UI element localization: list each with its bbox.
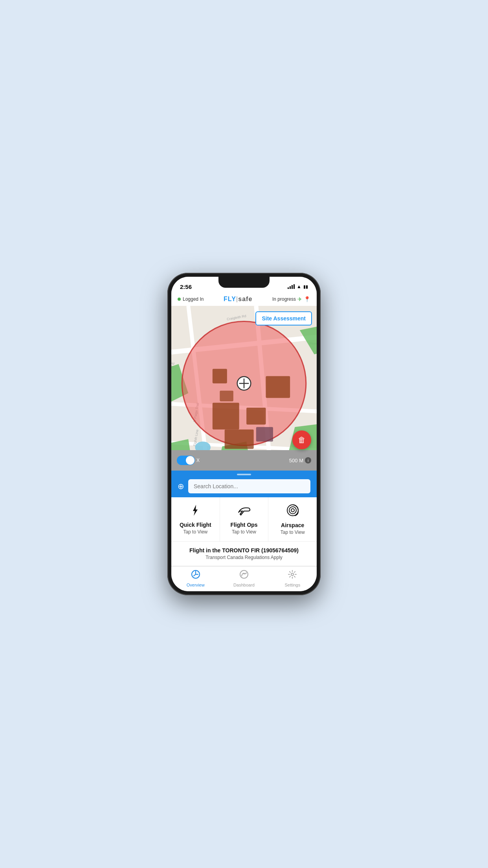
radius-value: 500 M (289, 458, 303, 463)
svg-point-33 (291, 509, 294, 512)
search-row: ⊕ (178, 479, 310, 493)
info-bar-title: Flight in the TORONTO FIR (19056764509) (178, 547, 310, 554)
in-progress-label: In progress (272, 296, 296, 302)
dashboard-icon (239, 570, 249, 581)
flight-ops-card[interactable]: Flight Ops Tap to View (220, 497, 269, 541)
search-input[interactable] (188, 479, 310, 493)
airspace-title: Airspace (281, 522, 304, 529)
svg-rect-22 (225, 429, 254, 449)
info-bar: Flight in the TORONTO FIR (19056764509) … (171, 542, 317, 566)
overview-label: Overview (187, 583, 205, 587)
svg-point-32 (289, 507, 296, 514)
svg-rect-24 (213, 369, 227, 383)
svg-rect-21 (246, 408, 266, 425)
app-header: Logged In FLY|safe In progress ✈ 📍 (171, 294, 317, 306)
airspace-icon (286, 504, 299, 520)
info-bar-subtitle: Transport Canada Regulations Apply (178, 555, 310, 560)
svg-point-37 (291, 573, 294, 576)
airspace-subtitle: Tap to View (281, 530, 305, 535)
toggle-thumb (186, 456, 194, 465)
map-toolbar: X 500 M i (171, 450, 317, 471)
info-badge-icon[interactable]: i (305, 457, 311, 463)
logo-fly: FLY (224, 296, 236, 302)
svg-rect-23 (266, 376, 290, 398)
site-assessment-button[interactable]: Site Assessment (255, 311, 312, 326)
dashboard-label: Dashboard (233, 583, 255, 587)
map-container[interactable]: Dundas St E Craigleith Rd Arrowhead Pine… (171, 306, 317, 471)
nav-dashboard[interactable]: Dashboard (220, 570, 268, 587)
quick-flight-icon (189, 504, 202, 519)
svg-rect-25 (256, 427, 273, 441)
map-toggle[interactable]: X (177, 456, 200, 465)
plane-icon: ✈ (297, 296, 302, 302)
settings-icon (288, 570, 297, 581)
quick-flight-title: Quick Flight (180, 522, 211, 528)
logo-safe: safe (238, 296, 252, 302)
app-logo: FLY|safe (224, 296, 252, 303)
logged-in-status: Logged In (178, 296, 204, 302)
toggle-label: X (196, 458, 200, 463)
quick-flight-card[interactable]: Quick Flight Tap to View (171, 497, 220, 541)
radius-display: 500 M i (289, 457, 311, 463)
svg-point-36 (243, 573, 245, 574)
flight-ops-subtitle: Tap to View (232, 529, 256, 535)
bottom-nav: Overview Dashboard (171, 566, 317, 591)
svg-rect-26 (220, 391, 233, 401)
flight-ops-title: Flight Ops (230, 522, 257, 528)
status-icons: ▲ ▮▮ (288, 284, 308, 289)
wifi-icon: ▲ (297, 284, 301, 289)
panel-handle (237, 474, 251, 475)
trash-icon: 🗑 (298, 436, 306, 445)
svg-rect-20 (213, 403, 239, 430)
signal-bars-icon (288, 284, 295, 289)
nav-settings[interactable]: Settings (268, 570, 317, 587)
phone-screen: 2:56 ▲ ▮▮ Logged In FLY|safe (171, 277, 317, 591)
delete-fab-button[interactable]: 🗑 (292, 430, 311, 449)
location-crosshair-icon[interactable]: ⊕ (178, 482, 184, 491)
airspace-card[interactable]: Airspace Tap to View (268, 497, 317, 541)
battery-icon: ▮▮ (303, 284, 308, 289)
in-progress-status: In progress ✈ 📍 (272, 296, 310, 302)
phone-notch (218, 277, 270, 288)
action-cards-row: Quick Flight Tap to View Flight Ops Tap … (171, 497, 317, 542)
svg-marker-30 (193, 505, 198, 516)
pin-icon: 📍 (304, 296, 310, 302)
quick-flight-subtitle: Tap to View (183, 529, 207, 535)
nav-overview[interactable]: Overview (171, 570, 220, 587)
flight-ops-icon (237, 504, 251, 519)
online-dot-icon (178, 298, 181, 301)
logged-in-label: Logged In (183, 296, 204, 302)
bottom-panel: ⊕ (171, 471, 317, 497)
toggle-track[interactable] (177, 456, 195, 465)
overview-icon (191, 570, 200, 581)
settings-label: Settings (284, 583, 300, 587)
phone-frame: 2:56 ▲ ▮▮ Logged In FLY|safe (167, 273, 321, 595)
status-time: 2:56 (180, 283, 192, 290)
